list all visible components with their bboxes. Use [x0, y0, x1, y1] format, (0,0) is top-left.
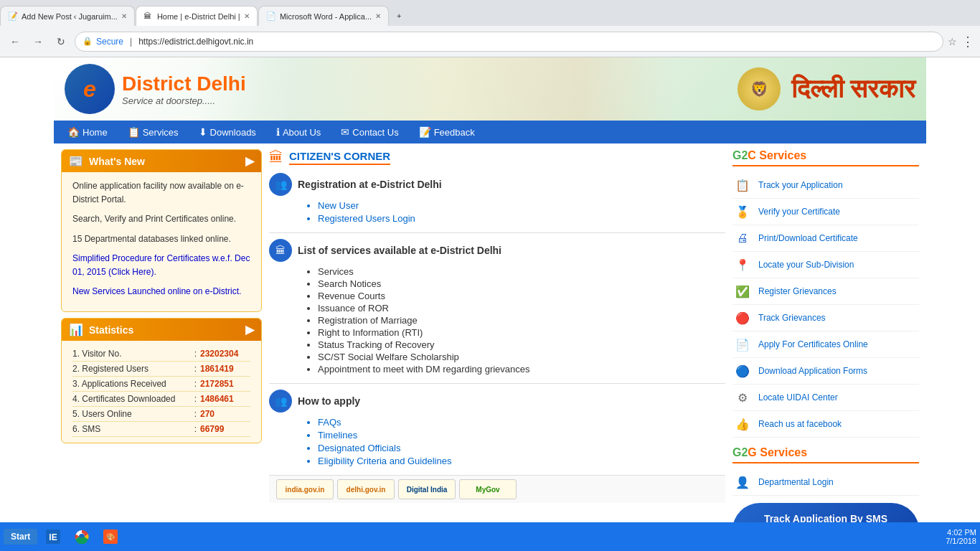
services-list-icon: 🏛 [269, 239, 292, 262]
tab-word[interactable]: 📄 Microsoft Word - Applica... ✕ [258, 6, 389, 26]
service-link-2[interactable]: Search Notices [318, 278, 725, 289]
whats-new-item-5[interactable]: New Services Launched online on e-Distri… [72, 285, 250, 298]
divider-1 [269, 232, 725, 233]
whats-new-arrow[interactable]: ▶ [245, 154, 254, 168]
whats-new-item-4[interactable]: Simplified Procedure for Certificates w.… [72, 252, 250, 279]
eligibility-link[interactable]: Eligibility Criteria and Guidelines [318, 456, 725, 466]
how-to-apply-section: 👥 How to apply FAQs Timelines Designated… [269, 390, 725, 466]
service-link-7[interactable]: Status Tracking of Recovery [318, 339, 725, 350]
service-link-3[interactable]: Revenue Courts [318, 291, 725, 301]
g2c-locate-subdivision[interactable]: 📍 Locate your Sub-Division [732, 252, 919, 278]
url-separator: | [130, 37, 132, 47]
tab-close-word[interactable]: ✕ [375, 12, 381, 20]
registration-title: Registration at e-District Delhi [298, 179, 442, 190]
departmental-login-label: Departmental Login [758, 477, 834, 487]
service-link-8[interactable]: SC/ST Social Welfare Scholarship [318, 352, 725, 362]
taskbar-clock: 4:02 PM 7/1/2018 [946, 528, 976, 545]
right-panel: G2C Services 📋 Track your Application 🏅 … [732, 149, 919, 517]
refresh-button[interactable]: ↻ [52, 32, 70, 51]
back-button[interactable]: ← [6, 32, 24, 51]
g2c-verify-certificate[interactable]: 🏅 Verify your Certificate [732, 199, 919, 225]
service-link-1[interactable]: Services [318, 266, 725, 277]
locate-subdivision-label: Locate your Sub-Division [758, 260, 854, 270]
tab-favicon-word: 📄 [266, 11, 276, 22]
nav-about[interactable]: ℹ About Us [266, 121, 331, 143]
track-application-icon: 📋 [732, 175, 753, 195]
india-gov-logo[interactable]: india.gov.in [276, 479, 334, 499]
g2c-register-grievances[interactable]: ✅ Register Grievances [732, 278, 919, 305]
nav-home[interactable]: 🏠 Home [57, 121, 118, 143]
mygov-logo[interactable]: MyGov [459, 479, 517, 499]
main-content: 📰 What's New ▶ Online application facili… [54, 143, 926, 522]
taskbar-explorer[interactable]: IE [40, 524, 66, 550]
registered-users-link[interactable]: Registered Users Login [318, 213, 725, 224]
nav-services-label: Services [143, 127, 179, 138]
stat-registered-label: 2. Registered Users [72, 364, 191, 374]
tab-new[interactable]: + [390, 6, 418, 26]
stat-online-label: 5. Users Online [72, 409, 191, 419]
whats-new-content: Online application facility now availabl… [62, 172, 261, 311]
service-link-9[interactable]: Appointment to meet with DM regarding gr… [318, 364, 725, 375]
nav-downloads[interactable]: ⬇ Downloads [189, 121, 266, 143]
forward-button[interactable]: → [29, 32, 47, 51]
start-button[interactable]: Start [4, 529, 37, 545]
delhi-gov-logo[interactable]: delhi.gov.in [337, 479, 395, 499]
g2c-print-certificate[interactable]: 🖨 Print/Download Certificate [732, 225, 919, 252]
stat-visitor: 1. Visitor No. : 23202304 [72, 347, 250, 362]
stat-applications: 3. Applications Received : 2172851 [72, 377, 250, 392]
g2g-label-g: G [748, 446, 756, 458]
track-grievances-icon: 🔴 [732, 308, 753, 328]
stat-certs-value: 1486461 [200, 394, 250, 404]
nav-home-label: Home [83, 127, 108, 138]
nav-bar: 🏠 Home 📋 Services ⬇ Downloads ℹ About Us… [54, 121, 926, 143]
home-icon: 🏠 [67, 126, 80, 138]
designated-officials-link[interactable]: Designated Officials [318, 443, 725, 453]
statistics-title: Statistics [89, 324, 133, 336]
service-link-4[interactable]: Issuance of ROR [318, 303, 725, 314]
registration-links: New User Registered Users Login [269, 200, 725, 224]
stat-applications-label: 3. Applications Received [72, 379, 191, 389]
registration-icon: 👥 [269, 173, 292, 196]
service-link-5[interactable]: Registration of Marriage [318, 315, 725, 326]
govt-emblem: 🦁 [738, 67, 781, 110]
g2g-label-services: Services [760, 446, 807, 458]
digital-india-logo[interactable]: Digital India [398, 479, 456, 499]
services-list-title: List of services available at e-District… [298, 245, 501, 256]
g2c-apply-certificates[interactable]: 📄 Apply For Certificates Online [732, 331, 919, 358]
tab-jugaruim[interactable]: 📝 Add New Post ‹ Jugaruim... ✕ [0, 6, 135, 26]
service-link-6[interactable]: Right to Information (RTI) [318, 327, 725, 338]
tab-close-edistrict[interactable]: ✕ [244, 12, 250, 20]
g2c-locate-uidai[interactable]: ⚙ Locate UIDAI Center [732, 385, 919, 411]
timelines-link[interactable]: Timelines [318, 430, 725, 441]
whats-new-title: What's New [89, 156, 145, 167]
g2c-track-grievances[interactable]: 🔴 Track Grievances [732, 305, 919, 331]
taskbar-time-value: 4:02 PM [946, 528, 976, 537]
g2g-departmental-login[interactable]: 👤 Departmental Login [732, 469, 919, 496]
g2c-download-forms[interactable]: 🔵 Download Application Forms [732, 358, 919, 385]
downloads-icon: ⬇ [199, 126, 207, 138]
nav-services[interactable]: 📋 Services [118, 121, 189, 143]
nav-feedback[interactable]: 📝 Feedback [409, 121, 485, 143]
g2c-facebook[interactable]: 👍 Reach us at facebook [732, 411, 919, 438]
g2c-track-application[interactable]: 📋 Track your Application [732, 172, 919, 199]
menu-button[interactable]: ⋮ [961, 34, 974, 50]
nav-downloads-label: Downloads [210, 127, 256, 138]
stat-certs-label: 4. Certificates Downloaded [72, 394, 191, 404]
statistics-arrow[interactable]: ▶ [245, 323, 254, 336]
faq-link[interactable]: FAQs [318, 417, 725, 428]
new-user-link[interactable]: New User [318, 200, 725, 211]
taskbar-paint[interactable]: 🎨 [98, 524, 123, 550]
site-logo: e [65, 64, 115, 114]
bookmark-button[interactable]: ☆ [948, 36, 957, 47]
locate-subdivision-icon: 📍 [732, 255, 753, 275]
header-left: e District Delhi Service at doorstep....… [65, 64, 246, 114]
tab-edistrict[interactable]: 🏛 Home | e-District Delhi | ✕ [136, 6, 258, 26]
header-right: 🦁 दिल्ली सरकार [738, 67, 915, 110]
taskbar-chrome[interactable] [69, 524, 95, 550]
print-certificate-label: Print/Download Certificate [758, 233, 858, 243]
explorer-icon: IE [46, 529, 60, 544]
nav-contact[interactable]: ✉ Contact Us [331, 121, 408, 143]
tab-close-jugaruim[interactable]: ✕ [121, 12, 127, 20]
verify-certificate-icon: 🏅 [732, 202, 753, 222]
address-bar[interactable]: 🔒 Secure | https://edistrict.delhigovt.n… [75, 32, 943, 52]
